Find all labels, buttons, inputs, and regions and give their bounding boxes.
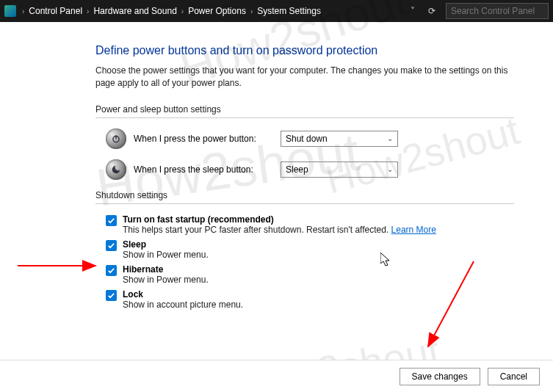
chevron-right-icon: › xyxy=(87,7,89,15)
address-bar: › Control Panel › Hardware and Sound › P… xyxy=(0,0,553,22)
section-power-sleep-label: Power and sleep button settings xyxy=(95,104,514,118)
hibernate-sub: Show in Power menu. xyxy=(123,275,209,285)
cancel-button[interactable]: Cancel xyxy=(488,368,540,385)
learn-more-link[interactable]: Learn More xyxy=(391,225,436,235)
lock-checkbox[interactable] xyxy=(106,290,117,301)
sleep-title: Sleep xyxy=(123,239,146,250)
chevron-down-icon: ⌄ xyxy=(387,165,393,173)
fast-startup-checkbox[interactable] xyxy=(106,215,117,226)
history-dropdown-button[interactable]: ˅ xyxy=(405,3,421,19)
fast-startup-row: Turn on fast startup (recommended) This … xyxy=(106,214,514,235)
power-icon xyxy=(106,128,126,149)
lock-title: Lock xyxy=(123,289,143,300)
fast-startup-title: Turn on fast startup (recommended) xyxy=(123,214,274,225)
annotation-arrow-icon xyxy=(422,257,481,352)
breadcrumb-item-hw[interactable]: Hardware and Sound xyxy=(93,6,176,16)
power-button-label: When I press the power button: xyxy=(134,134,281,144)
breadcrumb-item-system-settings[interactable]: System Settings xyxy=(257,6,321,16)
chevron-down-icon: ⌄ xyxy=(387,134,393,142)
sleep-button-select[interactable]: Sleep ⌄ xyxy=(281,161,398,178)
save-button[interactable]: Save changes xyxy=(400,368,480,385)
breadcrumb-item-power[interactable]: Power Options xyxy=(188,6,246,16)
power-button-value: Shut down xyxy=(286,134,328,144)
svg-line-5 xyxy=(428,261,474,346)
breadcrumb-item-cp[interactable]: Control Panel xyxy=(29,6,82,16)
breadcrumb: › Control Panel › Hardware and Sound › P… xyxy=(21,6,321,16)
sleep-icon xyxy=(106,159,126,180)
page-description: Choose the power settings that you want … xyxy=(95,65,514,90)
sleep-sub: Show in Power menu. xyxy=(123,250,209,260)
fast-startup-sub: This helps start your PC faster after sh… xyxy=(123,225,391,235)
hibernate-checkbox[interactable] xyxy=(106,265,117,276)
refresh-button[interactable]: ⟳ xyxy=(424,3,440,19)
hibernate-title: Hibernate xyxy=(123,264,163,275)
power-button-select[interactable]: Shut down ⌄ xyxy=(281,131,398,147)
search-input[interactable] xyxy=(446,3,549,19)
sleep-button-value: Sleep xyxy=(286,164,308,175)
chevron-right-icon: › xyxy=(181,7,184,15)
lock-sub: Show in account picture menu. xyxy=(123,300,243,310)
sleep-checkbox[interactable] xyxy=(106,240,117,251)
sleep-button-label: When I press the sleep button: xyxy=(134,164,281,175)
page-title: Define power buttons and turn on passwor… xyxy=(95,44,514,57)
annotation-arrow-icon xyxy=(15,257,103,275)
power-button-row: When I press the power button: Shut down… xyxy=(106,128,514,149)
sleep-button-row: When I press the sleep button: Sleep ⌄ xyxy=(106,159,514,180)
section-shutdown-label: Shutdown settings xyxy=(95,190,514,204)
control-panel-icon xyxy=(4,5,16,17)
chevron-right-icon: › xyxy=(22,7,24,15)
footer-bar: Save changes Cancel xyxy=(0,360,553,392)
chevron-right-icon: › xyxy=(250,7,253,15)
